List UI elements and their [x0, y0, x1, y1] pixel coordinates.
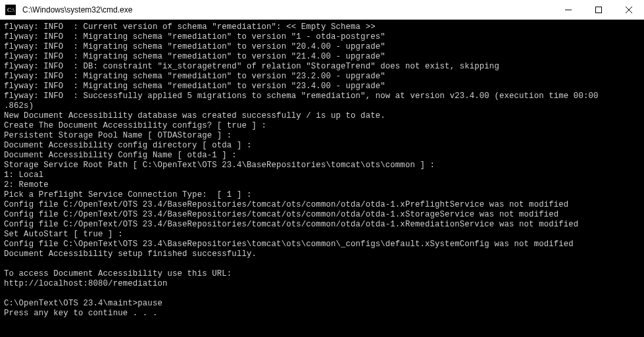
- terminal-line: Config file C:/OpenText/OTS 23.4/BaseRep…: [4, 210, 640, 220]
- terminal-line: flyway: INFO : Migrating schema "remedia…: [4, 52, 640, 62]
- terminal-line: flyway: INFO : DB: constraint "ix_storag…: [4, 62, 640, 72]
- window-title: C:\Windows\system32\cmd.exe: [21, 5, 553, 14]
- terminal-line: Pick a Preflight Service Connection Type…: [4, 190, 640, 200]
- minimize-button[interactable]: [553, 0, 583, 20]
- terminal-line: Document Accessibility setup finished su…: [4, 249, 640, 259]
- terminal-line: flyway: INFO : Migrating schema "remedia…: [4, 32, 640, 42]
- terminal-line: 2: Remote: [4, 180, 640, 190]
- terminal-line: [4, 289, 640, 299]
- terminal-line: Create The Document Accessibility config…: [4, 121, 640, 131]
- svg-text:C:\: C:\: [7, 7, 15, 13]
- terminal-line: http://localhost:8080/remediation: [4, 279, 640, 289]
- terminal-line: Config file C:/OpenText/OTS 23.4/BaseRep…: [4, 200, 640, 210]
- terminal-line: Press any key to continue . . .: [4, 309, 640, 319]
- terminal-line: flyway: INFO : Current version of schema…: [4, 22, 640, 32]
- svg-rect-3: [596, 7, 602, 13]
- terminal-line: .862s): [4, 101, 640, 111]
- window-controls: [553, 0, 644, 19]
- close-button[interactable]: [614, 0, 644, 20]
- terminal-line: C:\OpenText\OTS 23.4\maint>pause: [4, 299, 640, 309]
- terminal-line: Config file C:\OpenText\OTS 23.4\BaseRep…: [4, 240, 640, 249]
- terminal-line: [4, 259, 640, 269]
- terminal-line: Storage Service Root Path [ C:\OpenText\…: [4, 161, 640, 170]
- terminal-line: flyway: INFO : Migrating schema "remedia…: [4, 82, 640, 91]
- terminal-line: Config file C:/OpenText/OTS 23.4/BaseRep…: [4, 220, 640, 230]
- cmd-icon: C:\: [4, 3, 17, 16]
- terminal-line: Document Accessibility config directory …: [4, 141, 640, 151]
- terminal-line: To access Document Accessibility use thi…: [4, 269, 640, 279]
- maximize-button[interactable]: [583, 0, 614, 20]
- terminal-line: Document Accessibility Config Name [ otd…: [4, 151, 640, 161]
- terminal-line: Set AutoStart [ true ] :: [4, 230, 640, 240]
- terminal-line: flyway: INFO : Successfully applied 5 mi…: [4, 91, 640, 101]
- terminal-line: New Document Accessibility database was …: [4, 111, 640, 121]
- terminal-line: Persistent Storage Pool Name [ OTDAStora…: [4, 131, 640, 141]
- window-titlebar[interactable]: C:\ C:\Windows\system32\cmd.exe: [0, 0, 644, 20]
- terminal-line: flyway: INFO : Migrating schema "remedia…: [4, 42, 640, 52]
- terminal-line: 1: Local: [4, 170, 640, 180]
- terminal-output[interactable]: flyway: INFO : Current version of schema…: [0, 20, 644, 337]
- terminal-line: flyway: INFO : Migrating schema "remedia…: [4, 72, 640, 82]
